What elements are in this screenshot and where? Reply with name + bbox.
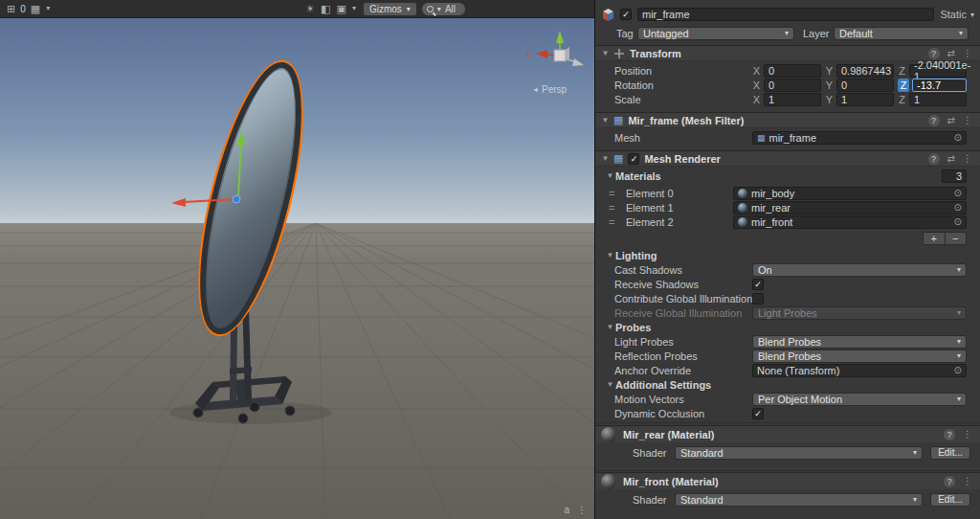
additional-settings-foldout-row[interactable]: ▼ Additional Settings [595,377,980,392]
material-rear-header[interactable]: Mir_rear (Material) ? ⋮ [595,425,980,442]
add-element-button[interactable]: + [924,233,945,244]
reflection-probes-dropdown[interactable]: Blend Probes▾ [752,350,967,363]
materials-foldout-row[interactable]: ▼ Materials 3 [595,169,980,183]
layers-dropdown-arrow-icon[interactable]: ▾ [43,0,53,17]
motion-vectors-dropdown[interactable]: Per Object Motion▾ [752,393,967,406]
overlay-menu-icon[interactable]: ⋮ [577,505,587,515]
rotation-x-field[interactable]: 0 [764,79,821,92]
mesh-renderer-foldout-icon[interactable]: ▼ [600,154,611,163]
search-icon [427,6,434,12]
edit-shader-button[interactable]: Edit... [930,493,970,507]
probes-foldout-icon[interactable]: ▼ [605,323,615,331]
probes-foldout-row[interactable]: ▼ Probes [595,320,980,334]
x-axis-label[interactable]: X [752,94,761,105]
element-1-object-field[interactable]: mir_rear ⊙ [733,201,967,214]
preset-icon[interactable]: ⇄ [947,115,955,125]
drag-handle-icon[interactable]: = [609,188,626,199]
gameobject-name-field[interactable]: mir_frame [637,8,934,21]
preset-icon[interactable]: ⇄ [947,48,955,58]
fx-dropdown-arrow-icon[interactable]: ▾ [349,0,359,17]
kebab-icon[interactable]: ⋮ [963,115,972,125]
y-axis-label[interactable]: Y [825,79,834,91]
material-front-header[interactable]: Mir_front (Material) ? ⋮ [595,472,980,489]
collab-grid-icon[interactable]: ⊞ [4,0,18,17]
drag-handle-icon[interactable]: = [609,216,626,228]
object-picker-icon[interactable]: ⊙ [950,365,962,375]
additional-settings-foldout-icon[interactable]: ▼ [605,380,615,389]
mesh-filter-header[interactable]: ▼ ▦ Mir_frame (Mesh Filter) ? ⇄ ⋮ [595,112,980,128]
edit-shader-button[interactable]: Edit... [930,446,970,460]
help-icon[interactable]: ? [928,115,940,126]
anchor-override-field[interactable]: None (Transform) ⊙ [752,364,967,377]
contribute-gi-checkbox[interactable] [752,293,764,305]
mesh-renderer-header[interactable]: ▼ ▦ ✓ Mesh Renderer ? ⇄ ⋮ [595,150,980,167]
kebab-icon[interactable]: ⋮ [963,476,972,486]
position-y-field[interactable]: 0.9867443 [836,64,894,78]
active-checkbox[interactable]: ✓ [620,9,632,20]
kebab-icon[interactable]: ⋮ [963,48,972,58]
object-picker-icon[interactable]: ⊙ [950,202,962,213]
element-0-object-field[interactable]: mir_body ⊙ [733,187,967,200]
scene-canvas[interactable]: x ◄ Persp [0,18,594,519]
scene-view[interactable]: ⊞ 0 ▦ ▾ ☀ ◧ ▣ ▾ Gizmos ▾ ▾ All [0,0,594,519]
scale-x-field[interactable]: 1 [764,93,821,106]
z-axis-label[interactable]: Z [898,94,906,105]
preset-icon[interactable]: ⇄ [947,153,955,164]
object-picker-icon[interactable]: ⊙ [950,216,962,227]
scene-lighting-icon[interactable]: ☀ [302,0,318,17]
scene-fx-icon[interactable]: ▣ [334,0,349,17]
materials-foldout-icon[interactable]: ▼ [605,171,615,180]
help-icon[interactable]: ? [928,48,940,59]
help-icon[interactable]: ? [928,153,940,165]
kebab-icon[interactable]: ⋮ [963,153,972,164]
shader-dropdown[interactable]: Standard▾ [675,446,923,460]
scale-z-field[interactable]: 1 [909,93,967,106]
mesh-object-field[interactable]: ▦ mir_frame ⊙ [752,131,967,145]
position-x-field[interactable]: 0 [764,64,821,78]
help-icon[interactable]: ? [944,476,955,487]
help-icon[interactable]: ? [944,429,955,440]
object-picker-icon[interactable]: ⊙ [950,188,962,198]
dynamic-occlusion-checkbox[interactable]: ✓ [752,408,764,419]
drag-handle-icon[interactable]: = [609,202,626,214]
object-picker-icon[interactable]: ⊙ [950,132,962,143]
shader-row: Shader Standard▾ Edit... [595,445,980,460]
mesh-filter-foldout-icon[interactable]: ▼ [600,116,611,124]
z-axis-label-active[interactable]: Z [898,79,909,92]
rotation-z-field-active[interactable]: -13.7 [912,79,967,92]
receive-shadows-checkbox[interactable]: ✓ [752,279,764,290]
light-probes-dropdown[interactable]: Blend Probes▾ [752,335,967,349]
transform-foldout-icon[interactable]: ▼ [600,49,611,57]
scale-y-field[interactable]: 1 [836,93,894,106]
cast-shadows-dropdown[interactable]: On▾ [752,263,967,277]
transform-title: Transform [630,48,921,59]
search-dropdown-arrow-icon[interactable]: ▾ [437,5,441,13]
unity-editor: ⊞ 0 ▦ ▾ ☀ ◧ ▣ ▾ Gizmos ▾ ▾ All [0,0,980,519]
persp-toggle-icon[interactable]: ◄ [532,86,539,93]
layers-icon[interactable]: ▦ [28,0,43,17]
shader-dropdown[interactable]: Standard▾ [675,493,923,507]
layer-dropdown[interactable]: Default ▾ [834,27,969,40]
z-axis-label[interactable]: Z [898,65,906,77]
mesh-renderer-enabled-checkbox[interactable]: ✓ [628,153,639,165]
tag-dropdown[interactable]: Untagged ▾ [637,27,794,40]
y-axis-label[interactable]: Y [825,65,834,77]
light-probes-row: Light Probes Blend Probes▾ [595,334,980,349]
x-axis-label[interactable]: X [752,79,761,91]
lighting-foldout-row[interactable]: ▼ Lighting [595,248,980,262]
rotation-y-field[interactable]: 0 [836,79,894,92]
gizmos-dropdown[interactable]: Gizmos ▾ [363,2,417,16]
gizmo-center[interactable] [233,195,240,203]
y-axis-label[interactable]: Y [825,94,834,105]
scene-audio-icon[interactable]: ◧ [318,0,333,17]
scene-search-input[interactable]: ▾ All [421,2,466,16]
overlay-a-icon[interactable]: a [564,505,569,515]
lighting-foldout-icon[interactable]: ▼ [605,251,615,260]
element-2-object-field[interactable]: mir_front ⊙ [733,215,967,229]
position-z-field[interactable]: -2.040001e-1 [909,64,967,78]
static-dropdown[interactable]: Static ▾ [940,9,974,20]
materials-count-field[interactable]: 3 [942,169,967,183]
kebab-icon[interactable]: ⋮ [963,429,972,440]
remove-element-button[interactable]: − [945,233,967,244]
x-axis-label[interactable]: X [752,65,761,77]
